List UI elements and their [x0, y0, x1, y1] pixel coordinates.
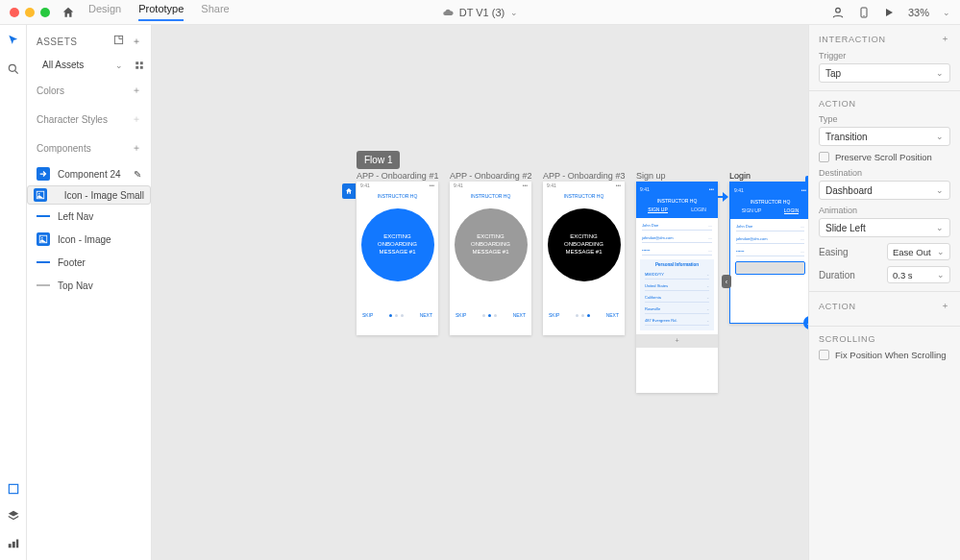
type-select[interactable]: Transition⌄: [819, 127, 950, 146]
cloud-icon: [442, 7, 454, 18]
artboard-label[interactable]: Sign up: [636, 171, 666, 181]
artboard-label[interactable]: Login: [729, 171, 751, 181]
plugins-icon[interactable]: [6, 535, 21, 550]
chevron-down-icon[interactable]: ⌄: [510, 8, 518, 17]
component-label: Component 24: [58, 169, 121, 180]
page-dots: [389, 314, 404, 317]
app-title: INSTRUCTOR HQ: [450, 191, 531, 201]
zoom-tool-icon[interactable]: [6, 61, 21, 77]
animation-select[interactable]: Slide Left⌄: [819, 218, 950, 237]
auth-tabs: SIGN UPLOGIN: [636, 207, 718, 216]
svg-rect-5: [9, 484, 17, 493]
page-dots: [576, 314, 590, 317]
preserve-scroll-checkbox[interactable]: Preserve Scroll Position: [819, 152, 950, 162]
wire-out-icon[interactable]: ›: [805, 176, 808, 187]
artboard-onboarding-3[interactable]: 9:41••• INSTRUCTOR HQ EXCITING ONBOARDIN…: [543, 182, 625, 335]
minimize-window-icon[interactable]: [25, 8, 35, 17]
tab-prototype[interactable]: Prototype: [138, 3, 184, 21]
layers-icon[interactable]: [6, 508, 21, 523]
interaction-title: INTERACTION: [819, 35, 886, 44]
traffic-lights[interactable]: [10, 8, 50, 17]
charstyles-label: Character Styles: [37, 114, 108, 125]
duration-label: Duration: [819, 270, 855, 280]
colors-section[interactable]: Colors＋: [27, 76, 151, 105]
easing-select[interactable]: Ease Out⌄: [887, 243, 950, 260]
maximize-window-icon[interactable]: [40, 8, 50, 17]
component-item[interactable]: Icon - Image Small: [27, 185, 151, 205]
charstyles-section[interactable]: Character Styles＋: [27, 105, 151, 134]
close-window-icon[interactable]: [10, 8, 19, 17]
field-email: johndoe@dm.com—: [642, 233, 712, 243]
app-title: INSTRUCTOR HQ: [730, 196, 808, 207]
tab-design[interactable]: Design: [88, 3, 121, 21]
chevron-down-icon[interactable]: ⌄: [943, 8, 950, 17]
play-icon[interactable]: [883, 7, 895, 18]
select-tool-icon[interactable]: [6, 33, 21, 48]
artboard-label[interactable]: APP - Onboarding #3: [543, 171, 625, 181]
component-item[interactable]: Icon - Image: [27, 228, 151, 251]
assets-search-input[interactable]: [42, 60, 110, 70]
assets-search[interactable]: ⌄: [27, 54, 151, 76]
edit-icon[interactable]: ✎: [134, 169, 141, 180]
components-section[interactable]: Components＋: [27, 134, 151, 162]
artboard-label[interactable]: APP - Onboarding #1: [357, 171, 438, 181]
component-label: Footer: [58, 257, 86, 268]
artboard-signup[interactable]: 9:41••• INSTRUCTOR HQ SIGN UPLOGIN John …: [636, 182, 718, 393]
field-email: johndoe@dm.com—: [736, 234, 804, 244]
trigger-select[interactable]: Tap⌄: [819, 63, 950, 83]
tab-share[interactable]: Share: [201, 3, 229, 21]
skip-label: SKIP: [362, 312, 373, 318]
add-row-button: +: [636, 334, 718, 348]
home-artboard-badge[interactable]: [342, 183, 356, 199]
add-icon[interactable]: ＋: [132, 141, 141, 155]
svg-rect-6: [8, 544, 11, 548]
fix-position-checkbox[interactable]: Fix Position When Scrolling: [819, 350, 950, 360]
svg-line-4: [14, 71, 17, 74]
field-name: John Doe—: [736, 222, 804, 231]
libraries-icon[interactable]: [6, 481, 21, 497]
flow-chip[interactable]: Flow 1: [357, 151, 400, 169]
auth-tabs: SIGN UPLOGIN: [730, 207, 808, 217]
onboarding-circle: EXCITING ONBOARDING MESSAGE #1: [548, 208, 621, 281]
svg-rect-15: [140, 65, 143, 68]
device-preview-icon[interactable]: [858, 6, 870, 19]
home-icon[interactable]: [62, 6, 75, 19]
login-button: [736, 262, 804, 274]
add-icon[interactable]: ＋: [132, 112, 141, 126]
duration-select[interactable]: 0.3 s⌄: [887, 266, 950, 283]
add-icon[interactable]: ＋: [132, 84, 141, 97]
svg-point-0: [836, 8, 841, 12]
add-interaction-icon[interactable]: ＋: [941, 33, 950, 45]
artboard-onboarding-1[interactable]: 9:41••• INSTRUCTOR HQ EXCITING ONBOARDIN…: [357, 182, 438, 335]
destination-select[interactable]: Dashboard⌄: [819, 181, 950, 200]
status-bar: 9:41•••: [357, 182, 438, 191]
tool-rail: [0, 25, 27, 560]
app-title: INSTRUCTOR HQ: [357, 191, 438, 201]
personal-info: Personal Information MM/DD/YY⌄ United St…: [640, 259, 714, 330]
svg-rect-12: [135, 61, 138, 64]
destination-label: Destination: [819, 168, 950, 178]
add-asset-icon[interactable]: ＋: [132, 35, 142, 48]
component-label: Top Nav: [58, 280, 93, 291]
wire-handle-icon[interactable]: →: [803, 316, 808, 329]
component-item[interactable]: Footer: [27, 251, 151, 274]
scroll-handle-icon[interactable]: ‹: [722, 275, 731, 288]
artboard-login[interactable]: ‹ › 9:41••• INSTRUCTOR HQ SIGN UPLOGIN J…: [729, 182, 808, 324]
artboard-onboarding-2[interactable]: 9:41••• INSTRUCTOR HQ EXCITING ONBOARDIN…: [450, 182, 531, 335]
grid-view-icon[interactable]: [135, 61, 144, 70]
account-icon[interactable]: [831, 6, 845, 19]
canvas[interactable]: Flow 1 APP - Onboarding #1 9:41••• INSTR…: [152, 25, 808, 560]
component-item[interactable]: Left Nav: [27, 205, 151, 228]
back-to-file-icon[interactable]: [113, 35, 124, 48]
component-item[interactable]: Top Nav: [27, 274, 151, 297]
onboarding-circle: EXCITING ONBOARDING MESSAGE #1: [455, 208, 528, 281]
chevron-down-icon[interactable]: ⌄: [115, 61, 123, 70]
svg-rect-8: [15, 540, 17, 548]
document-title[interactable]: DT V1 (3) ⌄: [442, 7, 518, 18]
zoom-level[interactable]: 33%: [908, 7, 929, 18]
prototype-wire[interactable]: [700, 190, 728, 204]
add-action-icon[interactable]: ＋: [941, 300, 950, 312]
field-password: ••••••—: [642, 246, 712, 256]
artboard-label[interactable]: APP - Onboarding #2: [450, 171, 531, 181]
component-item[interactable]: Component 24 ✎: [27, 162, 151, 185]
